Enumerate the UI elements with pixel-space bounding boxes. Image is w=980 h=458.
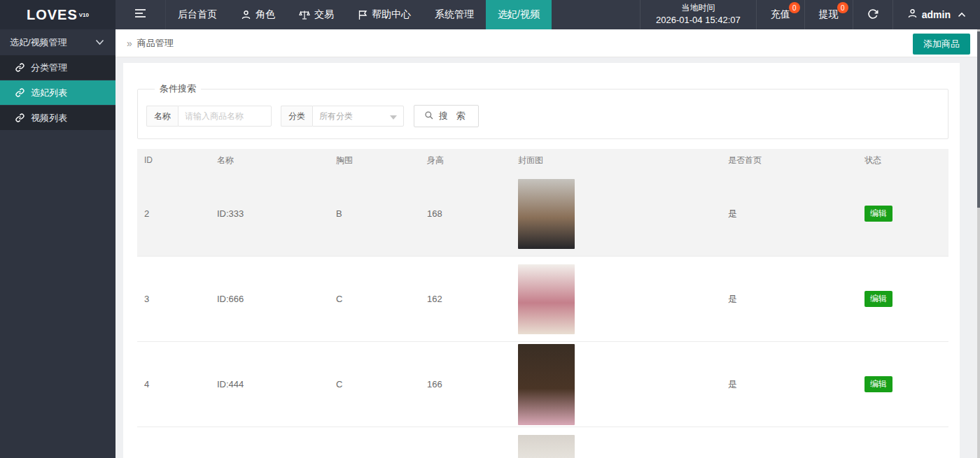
name-input[interactable] xyxy=(178,106,272,127)
user-icon xyxy=(907,8,918,21)
cell-name: ID:333 xyxy=(210,208,329,219)
category-select[interactable]: 所有分类 xyxy=(312,106,404,127)
cell-id: 4 xyxy=(137,379,210,389)
topbar: LOVES V10 后台首页 角色 交易 帮助中心 系统管理 选妃/视频 xyxy=(0,0,980,29)
cell-bust: C xyxy=(329,294,420,304)
edit-button[interactable]: 编辑 xyxy=(864,376,892,392)
cell-cover xyxy=(511,264,721,334)
col-name: 名称 xyxy=(210,155,329,166)
cell-height: 168 xyxy=(420,208,511,219)
vertical-scrollbar-thumb[interactable] xyxy=(977,31,980,208)
withdraw-button[interactable]: 提现 0 xyxy=(805,0,853,29)
recharge-label: 充值 xyxy=(771,8,790,21)
col-height: 身高 xyxy=(420,155,511,166)
cell-cover xyxy=(511,435,721,458)
top-nav-item-2[interactable]: 交易 xyxy=(287,0,346,29)
chevron-down-icon xyxy=(95,37,104,48)
admin-page: LOVES V10 后台首页 角色 交易 帮助中心 系统管理 选妃/视频 xyxy=(0,0,980,458)
cover-photo xyxy=(518,179,575,249)
breadcrumb-bar: » 商品管理 添加商品 xyxy=(115,29,980,57)
vertical-scrollbar-track xyxy=(977,29,980,458)
cell-is-home: 是 xyxy=(721,293,858,306)
col-cover: 封面图 xyxy=(511,155,721,166)
hamburger-icon xyxy=(134,8,146,21)
cell-status: 编辑 xyxy=(858,376,948,392)
link-icon xyxy=(15,63,24,72)
sidebar-toggle-button[interactable] xyxy=(115,0,166,29)
cover-photo xyxy=(518,264,575,334)
top-nav-item-4[interactable]: 系统管理 xyxy=(423,0,486,29)
cell-bust: B xyxy=(329,208,420,219)
sidebar-item-0[interactable]: 分类管理 xyxy=(0,55,115,80)
table-row: 2 ID:333 B 168 是 编辑 xyxy=(137,171,948,257)
search-controls: 名称 分类 所有分类 xyxy=(146,105,939,127)
col-is-home: 是否首页 xyxy=(721,155,858,166)
sidebar-item-1[interactable]: 选妃列表 xyxy=(0,80,115,106)
user-menu[interactable]: admin xyxy=(893,0,980,29)
cover-photo xyxy=(518,344,575,425)
refresh-button[interactable] xyxy=(853,0,893,29)
search-button[interactable]: 搜 索 xyxy=(414,105,479,127)
category-field-label: 分类 xyxy=(281,106,312,127)
cell-id: 2 xyxy=(137,208,210,219)
topbar-right: 当地时间 2026-01-04 15:42:07 充值 0 提现 0 xyxy=(640,0,980,29)
top-nav-item-1[interactable]: 角色 xyxy=(229,0,287,29)
flag-icon xyxy=(358,10,368,20)
cell-height: 162 xyxy=(420,294,511,304)
sidebar-item-2[interactable]: 视频列表 xyxy=(0,106,115,131)
cell-cover xyxy=(511,179,721,249)
cell-status: 编辑 xyxy=(858,206,948,222)
search-panel-legend: 条件搜索 xyxy=(155,83,201,95)
recharge-button[interactable]: 充值 0 xyxy=(757,0,805,29)
category-field-group: 分类 所有分类 xyxy=(281,106,404,127)
local-time-label: 当地时间 xyxy=(681,2,715,14)
refresh-icon xyxy=(867,8,878,22)
person-icon xyxy=(241,10,251,20)
sidebar-group-label: 选妃/视频管理 xyxy=(10,36,67,49)
recharge-badge: 0 xyxy=(789,2,800,13)
top-nav-item-0[interactable]: 后台首页 xyxy=(166,0,229,29)
name-field-group: 名称 xyxy=(146,106,272,127)
cell-is-home: 是 xyxy=(721,208,858,220)
search-panel: 条件搜索 名称 分类 所有分类 xyxy=(137,83,948,139)
edit-button[interactable]: 编辑 xyxy=(864,206,892,222)
local-time: 当地时间 2026-01-04 15:42:07 xyxy=(640,0,757,29)
name-field-label: 名称 xyxy=(146,106,178,127)
table-header: ID 名称 胸围 身高 封面图 是否首页 状态 xyxy=(137,149,948,171)
main-content: » 商品管理 添加商品 条件搜索 名称 分类 所有分类 xyxy=(115,29,980,458)
content-card: 条件搜索 名称 分类 所有分类 xyxy=(123,63,960,458)
cover-photo xyxy=(518,435,575,458)
scales-icon xyxy=(299,10,310,20)
top-nav-item-3[interactable]: 帮助中心 xyxy=(346,0,423,29)
link-icon xyxy=(15,113,24,122)
withdraw-badge: 0 xyxy=(837,2,848,13)
local-time-value: 2026-01-04 15:42:07 xyxy=(656,14,741,27)
logo-text: LOVES xyxy=(27,7,78,23)
search-icon xyxy=(424,110,434,122)
table-row: 4 ID:444 C 166 是 编辑 xyxy=(137,342,948,427)
chevron-up-icon xyxy=(958,12,966,17)
breadcrumb-chevrons-icon: » xyxy=(127,38,132,49)
cell-status: 编辑 xyxy=(858,291,948,307)
user-name: admin xyxy=(922,9,951,20)
edit-button[interactable]: 编辑 xyxy=(864,291,892,307)
top-nav-item-5[interactable]: 选妃/视频 xyxy=(486,0,552,29)
cell-name: ID:666 xyxy=(210,294,329,304)
breadcrumb-title: 商品管理 xyxy=(137,37,174,50)
add-product-button[interactable]: 添加商品 xyxy=(913,34,970,55)
col-id: ID xyxy=(137,155,210,165)
col-status: 状态 xyxy=(858,155,948,166)
cell-name: ID:444 xyxy=(210,379,329,389)
cell-is-home: 是 xyxy=(721,378,858,391)
sidebar-group-header[interactable]: 选妃/视频管理 xyxy=(0,29,115,55)
select-caret-down-icon xyxy=(390,115,397,120)
cell-cover xyxy=(511,344,721,425)
category-selected-value: 所有分类 xyxy=(319,110,353,122)
withdraw-label: 提现 xyxy=(819,8,839,21)
table-row: 3 ID:666 C 162 是 编辑 xyxy=(137,257,948,342)
products-table: ID 名称 胸围 身高 封面图 是否首页 状态 2 ID:333 B 168 是… xyxy=(137,149,948,458)
link-icon xyxy=(15,88,24,97)
search-button-label: 搜 索 xyxy=(439,110,468,122)
cell-bust: C xyxy=(329,379,420,389)
sidebar: 选妃/视频管理 分类管理 选妃列表 视频列表 xyxy=(0,29,115,458)
